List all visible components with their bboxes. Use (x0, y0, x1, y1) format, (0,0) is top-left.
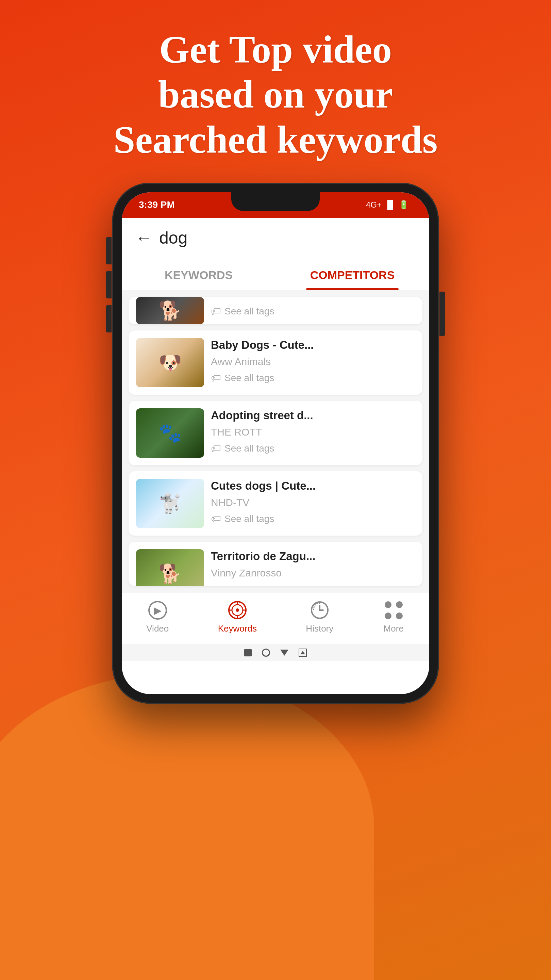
dot-3 (385, 612, 392, 619)
app-content: ← dog KEYWORDS COMPETITORS (122, 218, 429, 694)
tag-icon-3: 🏷 (211, 443, 221, 454)
nav-item-keywords[interactable]: Keywords (218, 599, 257, 634)
video-info-2: Baby Dogs - Cute... Aww Animals 🏷 See al… (211, 338, 415, 384)
video-card-2[interactable]: Baby Dogs - Cute... Aww Animals 🏷 See al… (129, 331, 422, 395)
video-thumb-5 (136, 549, 204, 586)
history-icon-svg (310, 600, 330, 620)
video-title-3: Adopting street d... (211, 408, 415, 423)
video-info-4: Cutes dogs | Cute... NHD-TV 🏷 See all ta… (211, 479, 415, 525)
video-card-5[interactable]: Territorio de Zagu... Vinny Zanrosso (129, 542, 422, 586)
dot-2 (396, 601, 403, 608)
video-thumb-3 (136, 408, 204, 458)
see-tags-4[interactable]: 🏷 See all tags (211, 513, 415, 525)
bottom-navigation: ▶ Video (122, 593, 429, 644)
tag-icon-4: 🏷 (211, 513, 221, 525)
see-tags-3[interactable]: 🏷 See all tags (211, 443, 415, 454)
phone-mockup: 3:39 PM 4G+ ▐▌ 🔋 ← dog KEYWORDS (112, 183, 439, 704)
tag-icon-1: 🏷 (211, 305, 221, 317)
home-indicator (122, 644, 429, 661)
back-button[interactable]: ← (135, 228, 152, 248)
video-thumb-4 (136, 479, 204, 528)
video-channel-2: Aww Animals (211, 356, 415, 368)
nav-label-keywords: Keywords (218, 624, 257, 634)
dot-4 (396, 612, 403, 619)
video-card-4[interactable]: Cutes dogs | Cute... NHD-TV 🏷 See all ta… (129, 471, 422, 536)
nav-item-history[interactable]: History (306, 599, 333, 634)
video-title-4: Cutes dogs | Cute... (211, 479, 415, 493)
tab-keywords[interactable]: KEYWORDS (122, 258, 275, 290)
dot-1 (385, 601, 392, 608)
status-icons: 4G+ ▐▌ 🔋 (366, 200, 409, 210)
video-nav-icon: ▶ (147, 599, 169, 621)
video-channel-5: Vinny Zanrosso (211, 567, 415, 579)
video-card-1[interactable]: 🏷 See all tags (129, 297, 422, 324)
battery-icon: 🔋 (399, 200, 409, 210)
tab-bar: KEYWORDS COMPETITORS (122, 258, 429, 290)
video-title-5: Territorio de Zagu... (211, 549, 415, 564)
headline: Get Top video based on your Searched key… (93, 0, 458, 183)
search-query-text: dog (159, 228, 187, 248)
play-icon: ▶ (148, 601, 167, 620)
headline-line3: Searched keywords (113, 118, 437, 161)
more-nav-icon (383, 599, 405, 621)
signal-icon: 4G+ (366, 200, 382, 210)
tag-icon-2: 🏷 (211, 372, 221, 384)
home-upload (299, 649, 307, 657)
keywords-icon-svg (227, 600, 248, 620)
nav-label-more: More (384, 624, 404, 634)
home-square (244, 649, 252, 656)
notch (231, 192, 320, 211)
search-header: ← dog (122, 218, 429, 258)
video-list: 🏷 See all tags Baby Dogs - Cute... Aww (122, 290, 429, 593)
video-card-3[interactable]: Adopting street d... THE ROTT 🏷 See all … (129, 401, 422, 465)
status-time: 3:39 PM (139, 199, 175, 210)
nav-item-video[interactable]: ▶ Video (146, 599, 169, 634)
video-channel-3: THE ROTT (211, 426, 415, 438)
headline-line1: Get Top video (159, 28, 392, 71)
nav-label-history: History (306, 624, 333, 634)
video-title-2: Baby Dogs - Cute... (211, 338, 415, 353)
video-info-5: Territorio de Zagu... Vinny Zanrosso (211, 549, 415, 579)
video-info-3: Adopting street d... THE ROTT 🏷 See all … (211, 408, 415, 454)
home-circle (262, 649, 270, 657)
video-thumb-2 (136, 338, 204, 387)
video-channel-4: NHD-TV (211, 497, 415, 508)
see-tags-2[interactable]: 🏷 See all tags (211, 372, 415, 384)
nav-item-more[interactable]: More (383, 599, 405, 634)
svg-point-6 (236, 608, 239, 612)
wifi-icon: ▐▌ (384, 200, 396, 210)
nav-label-video: Video (146, 624, 169, 634)
more-dots-icon (384, 600, 403, 620)
keywords-nav-icon (226, 599, 248, 621)
status-bar: 3:39 PM 4G+ ▐▌ 🔋 (122, 192, 429, 218)
tab-competitors[interactable]: COMPETITORS (275, 258, 429, 290)
home-triangle (280, 649, 288, 656)
see-tags-1[interactable]: 🏷 See all tags (211, 305, 415, 317)
headline-line2: based on your (158, 73, 393, 116)
history-nav-icon (308, 599, 330, 621)
